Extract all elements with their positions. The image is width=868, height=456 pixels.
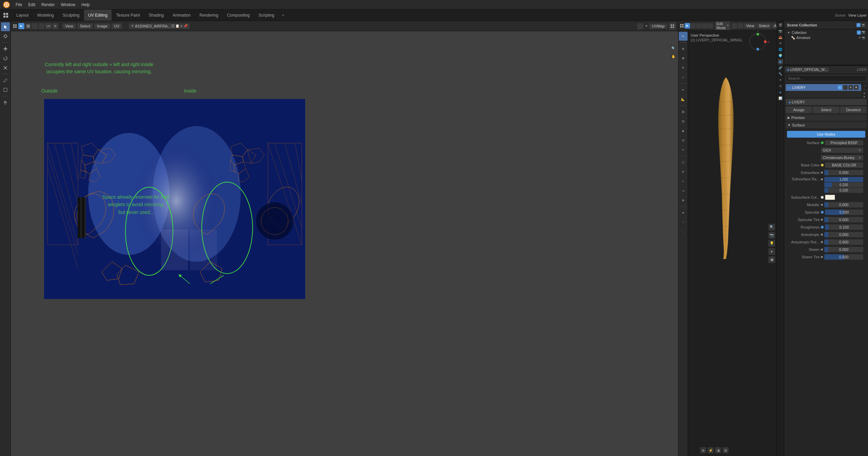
mat-copy-btn[interactable]: [843, 85, 848, 90]
tool-grab[interactable]: [1, 98, 10, 107]
vp-tool-inset[interactable]: ⊟: [679, 117, 688, 126]
sheen-tint-value[interactable]: 0.500: [824, 254, 863, 260]
tab-layout[interactable]: Layout: [12, 9, 33, 21]
edit-mode-selector[interactable]: Edit Mode ▼: [715, 21, 730, 30]
principled-bsdf-value[interactable]: Principled BSDF: [825, 140, 863, 145]
menu-render[interactable]: Render: [39, 2, 57, 8]
vp-tool-scale[interactable]: ⤢: [679, 73, 688, 82]
subsurface-ra-v1[interactable]: 1.000: [824, 177, 863, 182]
tab-uv-editing[interactable]: UV Editing: [84, 9, 112, 21]
tab-shading[interactable]: Shading: [145, 9, 168, 21]
vp-overlay-btn2[interactable]: [738, 23, 743, 28]
menu-window[interactable]: Window: [58, 2, 78, 8]
tab-scripting[interactable]: Scripting: [254, 9, 278, 21]
viewport-btn3[interactable]: [702, 23, 707, 28]
metallic-value[interactable]: 0.000: [824, 202, 863, 207]
surface-section-header[interactable]: ▼ Surface: [786, 122, 867, 128]
collection-visibility[interactable]: ✓: [856, 23, 861, 27]
prop-output-icon[interactable]: 📤: [778, 35, 783, 40]
tool-annotate[interactable]: [1, 76, 10, 85]
prop-data-icon[interactable]: 📊: [778, 96, 783, 101]
tab-animation[interactable]: Animation: [169, 9, 195, 21]
vp-tool-bevel[interactable]: ◈: [679, 126, 688, 135]
vp-tool-transform[interactable]: ✦: [679, 209, 688, 217]
base-color-value[interactable]: BASE COLOR: [825, 162, 863, 168]
vp-view-btn[interactable]: View: [744, 23, 756, 28]
subsurface-value[interactable]: 0.000: [824, 170, 863, 175]
vp-render-icon[interactable]: ▣: [768, 256, 775, 263]
specular-value[interactable]: 0.500: [825, 210, 863, 215]
prop-physics-icon[interactable]: ⚙: [778, 83, 783, 89]
anisotropic-value[interactable]: 0.000: [824, 232, 863, 237]
props-search-input[interactable]: [786, 75, 867, 81]
outliner-collection[interactable]: ▼ Collection ✓ 📷: [786, 30, 867, 35]
mat-down-btn[interactable]: ▼: [862, 95, 867, 98]
distribution-dropdown[interactable]: GGX ▼: [821, 147, 863, 153]
vp-tool-select[interactable]: ↖: [679, 32, 688, 41]
prop-object-icon[interactable]: ▣: [778, 59, 783, 64]
viewport-content[interactable]: User Perspective (1) LIVERY_OFFICIAL_WIN…: [688, 31, 776, 456]
uv-select-menu[interactable]: Select: [77, 23, 93, 29]
material-name-field[interactable]: ◈ LIVERY: [786, 99, 867, 105]
vp-overlay-btn1[interactable]: [732, 23, 737, 28]
vp-tool-edge[interactable]: ⊸: [679, 186, 688, 195]
roughness-value[interactable]: 0.100: [825, 224, 863, 230]
uv-canvas[interactable]: Currently left and right outside + left …: [11, 31, 678, 456]
vp-tool-grab2[interactable]: ☜: [679, 218, 688, 227]
vp-tool-shear[interactable]: ⋱: [679, 227, 688, 236]
vp-tool-move[interactable]: ✥: [679, 54, 688, 63]
mat-add-btn[interactable]: +: [862, 84, 867, 87]
deselect-button[interactable]: Deselect: [840, 106, 867, 113]
tab-modeling[interactable]: Modeling: [33, 9, 58, 21]
material-livery-slot[interactable]: ◈ LIVERY 8 ✕ ▼: [786, 84, 861, 91]
tab-sculpting[interactable]: Sculpting: [59, 9, 83, 21]
material-obj-selector[interactable]: LIVER: [857, 68, 867, 72]
vp-tool-spin[interactable]: ⟳: [679, 167, 688, 176]
tab-rendering[interactable]: Rendering: [195, 9, 222, 21]
prop-scene-icon[interactable]: 🎬: [778, 22, 783, 28]
vp-camera-icon[interactable]: 📷: [768, 232, 775, 239]
prop-render-icon[interactable]: 📷: [778, 28, 783, 34]
vp-tool-rip[interactable]: ⊗: [679, 196, 688, 205]
prop-material-icon[interactable]: ◈: [778, 90, 783, 95]
uv-image-menu[interactable]: Image: [94, 23, 110, 29]
tool-scale[interactable]: [1, 63, 10, 72]
mat-delete-btn[interactable]: ✕: [848, 85, 853, 90]
mat-up-btn[interactable]: ▲: [862, 92, 867, 95]
vp-tool-knife[interactable]: ✂: [679, 145, 688, 154]
preview-section-header[interactable]: ▶ Preview: [786, 115, 867, 121]
uv-view-controls[interactable]: [669, 22, 676, 30]
menu-file[interactable]: File: [13, 2, 25, 8]
uv-view-menu[interactable]: View: [62, 23, 76, 29]
add-workspace-button[interactable]: +: [279, 11, 287, 19]
tool-rotate[interactable]: [1, 54, 10, 63]
vp-tool-loop[interactable]: ⊡: [679, 136, 688, 145]
uv-hand[interactable]: ✋: [670, 53, 677, 60]
anisotropic-rot-value[interactable]: 0.000: [824, 239, 863, 245]
vp-tool-annotate[interactable]: ✏: [679, 85, 688, 94]
prop-particles-icon[interactable]: ✦: [778, 77, 783, 83]
vp-zoom-icon[interactable]: 🔍: [768, 224, 775, 231]
vp-tool-measure[interactable]: 📐: [679, 95, 688, 104]
use-nodes-button[interactable]: Use Nodes: [787, 131, 865, 138]
uv-uv-menu[interactable]: UV: [112, 23, 122, 29]
prop-view-icon[interactable]: 👁: [778, 41, 783, 46]
uv-zoom-in[interactable]: 🔍: [670, 45, 677, 52]
tool-box-select[interactable]: [1, 85, 10, 94]
specular-tint-value[interactable]: 0.000: [824, 217, 863, 222]
subsurface-color-swatch[interactable]: [825, 195, 835, 200]
subsurface-method-dropdown[interactable]: Christensen-Burley ▼: [821, 155, 863, 160]
vp-shading-icon[interactable]: ◑: [715, 447, 721, 453]
prop-modifier-icon[interactable]: 🔧: [778, 71, 783, 77]
tab-compositing[interactable]: Compositing: [223, 9, 254, 21]
vp-tool-extrude[interactable]: ⊞: [679, 107, 688, 116]
vp-light-icon[interactable]: 💡: [768, 240, 775, 247]
outliner-armature[interactable]: 🦴 Armature 👁 📷: [786, 35, 867, 40]
viewport-btn1[interactable]: [690, 23, 696, 28]
vp-overlay-icon[interactable]: ⊞: [723, 447, 729, 453]
mat-filter-btn[interactable]: ▼: [854, 85, 859, 90]
mat-remove-btn[interactable]: −: [862, 88, 867, 91]
tool-move[interactable]: [1, 44, 10, 53]
sheen-value[interactable]: 0.000: [824, 247, 863, 252]
vp-tool-rotate[interactable]: ↻: [679, 63, 688, 72]
